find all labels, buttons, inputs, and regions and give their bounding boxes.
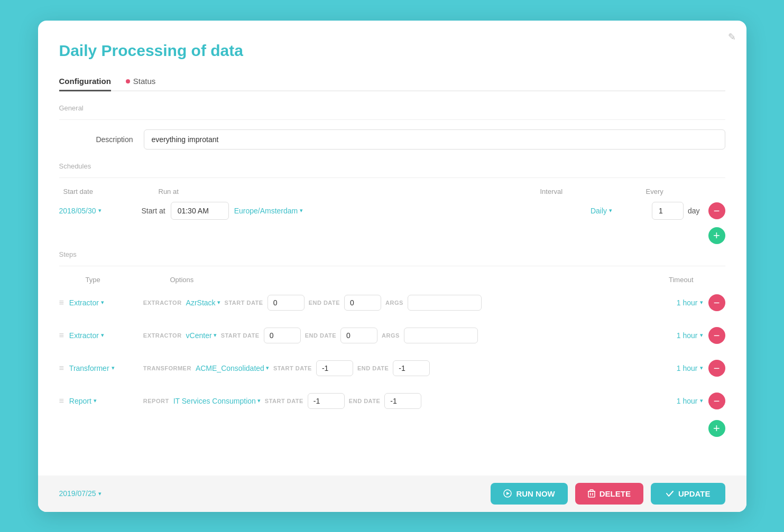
date-selector[interactable]: 2019/07/25 ▾ (59, 489, 102, 498)
extractor-value-2: vCenter (186, 331, 212, 340)
tab-configuration[interactable]: Configuration (59, 72, 111, 91)
step-type-dropdown-4[interactable]: Report ▾ (69, 397, 138, 405)
schedule-remove-button[interactable]: − (708, 202, 725, 219)
svg-rect-2 (588, 491, 595, 497)
date-selector-value: 2019/07/25 (59, 489, 96, 498)
start-date-dropdown[interactable]: 2018/05/30 ▾ (59, 207, 133, 215)
step-row-2: ≡ Extractor ▾ EXTRACTOR vCenter ▾ START … (59, 322, 725, 349)
tab-status-label: Status (133, 77, 156, 86)
run-now-button[interactable]: RUN NOW (491, 483, 567, 505)
args-label-2: ARGS (382, 332, 400, 339)
step-end-date-2[interactable] (340, 328, 377, 343)
timeout-chevron-3: ▾ (700, 365, 703, 371)
step-type-dropdown-2[interactable]: Extractor ▾ (69, 331, 138, 340)
timeout-value-2: 1 hour (677, 331, 698, 340)
step-type-chevron-1: ▾ (101, 299, 104, 306)
step-type-chevron-4: ▾ (94, 397, 97, 404)
timeout-chevron-4: ▾ (700, 397, 703, 404)
schedule-row-1: 2018/05/30 ▾ Start at Europe/Amsterdam ▾… (59, 202, 725, 220)
end-date-label-2: END DATE (305, 332, 336, 339)
main-card: ✎ Daily Processing of data Configuration… (38, 21, 746, 512)
steps-section-label: Steps (59, 250, 725, 258)
description-field-row: Description (59, 129, 725, 150)
time-input[interactable] (171, 202, 229, 220)
every-unit: day (688, 207, 700, 215)
step-options-group-1: EXTRACTOR AzrStack ▾ START DATE END DATE… (143, 295, 645, 311)
page-title: Daily Processing of data (59, 42, 725, 60)
start-date-label-4: START DATE (265, 398, 303, 404)
schedules-section: Schedules Start date Run at Interval Eve… (59, 162, 725, 244)
drag-handle-1[interactable]: ≡ (59, 298, 64, 307)
start-date-value: 2018/05/30 (59, 207, 96, 215)
timeout-dropdown-3[interactable]: 1 hour ▾ (650, 364, 703, 372)
step-args-1[interactable] (408, 295, 482, 311)
step-row-1: ≡ Extractor ▾ EXTRACTOR AzrStack ▾ START… (59, 289, 725, 316)
step-remove-button-3[interactable]: − (708, 360, 725, 377)
schedule-add-button[interactable]: + (708, 227, 725, 244)
timezone-value: Europe/Amsterdam (234, 207, 298, 215)
steps-header: Type Options Timeout (59, 276, 725, 284)
step-type-value-2: Extractor (69, 331, 99, 340)
schedules-col-interval: Interval (540, 188, 646, 195)
footer-bar: 2019/07/25 ▾ RUN NOW DELETE UPDATE (38, 475, 746, 512)
tab-status[interactable]: Status (126, 72, 156, 90)
extractor-label-4: REPORT (143, 398, 169, 404)
extractor-label-1: EXTRACTOR (143, 300, 182, 306)
update-label: UPDATE (678, 489, 711, 498)
step-add-button[interactable]: + (708, 420, 725, 437)
step-end-date-4[interactable] (384, 393, 421, 409)
step-type-dropdown-1[interactable]: Extractor ▾ (69, 298, 138, 307)
update-button[interactable]: UPDATE (651, 483, 725, 505)
step-end-date-1[interactable] (344, 295, 381, 311)
step-type-value-4: Report (69, 397, 91, 405)
every-input[interactable] (652, 202, 684, 220)
interval-dropdown[interactable]: Daily ▾ (591, 207, 643, 215)
start-date-chevron: ▾ (98, 207, 102, 214)
delete-button[interactable]: DELETE (575, 483, 643, 505)
timeout-dropdown-1[interactable]: 1 hour ▾ (650, 298, 703, 307)
drag-handle-2[interactable]: ≡ (59, 331, 64, 340)
start-date-label-1: START DATE (225, 300, 263, 306)
end-date-label-3: END DATE (357, 365, 389, 371)
step-remove-button-1[interactable]: − (708, 294, 725, 311)
edit-icon[interactable]: ✎ (728, 31, 736, 43)
run-at-group: Start at Europe/Amsterdam ▾ (142, 202, 582, 220)
step-options-group-3: TRANSFORMER ACME_Consolidated ▾ START DA… (143, 360, 645, 376)
schedules-add-row: + (59, 227, 725, 244)
tab-configuration-label: Configuration (59, 77, 111, 86)
status-dot (126, 79, 130, 83)
timezone-chevron: ▾ (300, 207, 303, 214)
description-input[interactable] (144, 129, 725, 150)
run-icon (503, 489, 512, 498)
extractor-dropdown-3[interactable]: ACME_Consolidated ▾ (196, 364, 269, 372)
step-type-dropdown-3[interactable]: Transformer ▾ (69, 364, 138, 372)
step-end-date-3[interactable] (393, 360, 430, 376)
timezone-dropdown[interactable]: Europe/Amsterdam ▾ (234, 207, 303, 215)
step-type-value-3: Transformer (69, 364, 109, 372)
drag-handle-4[interactable]: ≡ (59, 396, 64, 406)
run-at-label: Start at (142, 207, 165, 215)
step-start-date-2[interactable] (264, 328, 301, 343)
step-args-2[interactable] (404, 328, 478, 343)
step-remove-button-4[interactable]: − (708, 393, 725, 409)
interval-chevron: ▾ (609, 207, 612, 214)
step-start-date-3[interactable] (316, 360, 353, 376)
step-start-date-1[interactable] (268, 295, 305, 311)
delete-label: DELETE (599, 489, 631, 498)
steps-add-row: + (59, 420, 725, 437)
step-type-chevron-2: ▾ (101, 332, 104, 339)
drag-handle-3[interactable]: ≡ (59, 363, 64, 373)
step-type-chevron-3: ▾ (112, 365, 115, 371)
step-start-date-4[interactable] (308, 393, 345, 409)
extractor-dropdown-4[interactable]: IT Services Consumption ▾ (173, 397, 261, 405)
timeout-dropdown-4[interactable]: 1 hour ▾ (650, 397, 703, 405)
timeout-dropdown-2[interactable]: 1 hour ▾ (650, 331, 703, 340)
step-remove-button-2[interactable]: − (708, 327, 725, 344)
step-row-4: ≡ Report ▾ REPORT IT Services Consumptio… (59, 387, 725, 415)
timeout-value-1: 1 hour (677, 298, 698, 307)
timeout-value-4: 1 hour (677, 397, 698, 405)
schedules-col-every: Every (646, 188, 725, 195)
extractor-dropdown-2[interactable]: vCenter ▾ (186, 331, 217, 340)
extractor-dropdown-1[interactable]: AzrStack ▾ (186, 298, 220, 307)
date-selector-chevron: ▾ (98, 490, 102, 497)
